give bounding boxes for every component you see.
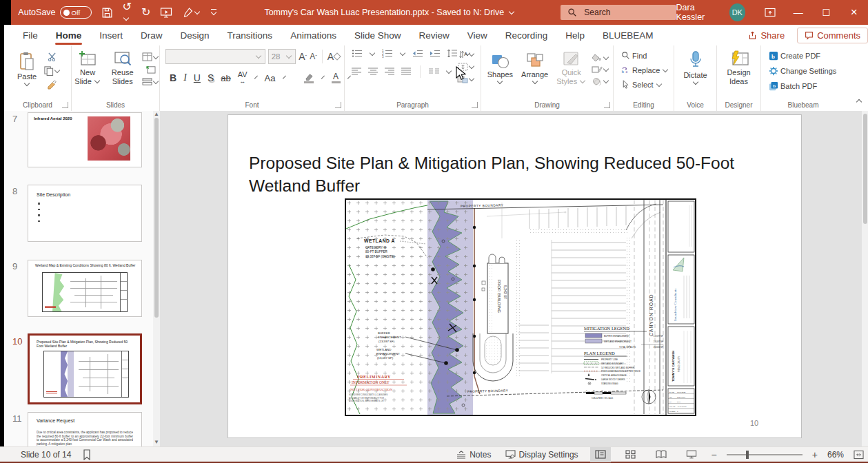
decrease-indent-icon[interactable] (412, 49, 423, 58)
thumbnail-slide-8[interactable]: Site Description (28, 185, 142, 242)
copy-icon[interactable] (43, 65, 61, 76)
ribbon-display-options-icon[interactable] (756, 0, 785, 25)
comments-button[interactable]: Comments (797, 28, 868, 43)
zoom-slider[interactable] (727, 454, 803, 455)
drawing-dialog-launcher[interactable] (604, 102, 610, 108)
tab-review[interactable]: Review (410, 25, 458, 45)
numbering-icon[interactable]: 123 (382, 49, 393, 58)
customize-qat-icon[interactable] (210, 9, 217, 16)
normal-view-button[interactable] (590, 447, 611, 462)
site-plan-figure[interactable]: WETLAND A CATEGORY III 80-FT BUFFER 13,0… (345, 198, 696, 419)
line-spacing-icon[interactable] (447, 49, 458, 58)
shrink-font-icon[interactable]: Aˇ (310, 52, 317, 61)
clear-formatting-icon[interactable]: A (327, 51, 340, 62)
bold-button[interactable]: B (170, 72, 176, 83)
accessibility-icon[interactable] (82, 449, 92, 460)
change-settings-button[interactable]: Change Settings (767, 65, 845, 76)
dictate-button[interactable]: Dictate (674, 49, 716, 87)
slide-layout-icon[interactable] (142, 52, 159, 61)
tab-transitions[interactable]: Transitions (219, 25, 282, 45)
close-button[interactable]: × (840, 0, 868, 25)
clipboard-dialog-launcher[interactable] (62, 102, 68, 108)
thumbnail-slide-10[interactable]: Proposed Site Plan & Mitigation Plan, Sh… (28, 333, 142, 404)
redo-icon[interactable]: ↻ (141, 7, 150, 18)
document-title[interactable]: Tommy's Car Wash Luac Presentation.pptx … (264, 8, 515, 17)
new-slide-button[interactable]: NewSlide (72, 49, 103, 88)
notes-button[interactable]: Notes (454, 449, 493, 460)
panel-scrollbar[interactable]: ▲ ▼ (153, 111, 160, 446)
collapse-ribbon-icon[interactable] (856, 99, 862, 105)
tab-slide-show[interactable]: Slide Show (345, 25, 410, 45)
find-button[interactable]: Find (619, 50, 674, 61)
undo-icon[interactable]: ↺ (123, 1, 132, 23)
cut-icon[interactable] (43, 52, 61, 62)
align-center-icon[interactable] (368, 68, 379, 76)
reuse-slides-button[interactable]: ReuseSlides (109, 49, 137, 88)
save-icon[interactable] (101, 7, 113, 19)
quick-styles-button[interactable]: QuickStyles (554, 49, 589, 88)
tab-draw[interactable]: Draw (132, 25, 172, 45)
slide-show-view-button[interactable] (681, 447, 702, 462)
display-settings-button[interactable]: Display Settings (503, 449, 581, 460)
thumbnail-slide-7[interactable]: Infrared Aerial 2020 (28, 112, 142, 167)
section-icon[interactable] (142, 77, 159, 86)
tab-design[interactable]: Design (172, 25, 219, 45)
tab-home[interactable]: Home (47, 25, 91, 45)
autosave-toggle[interactable]: AutoSave Off (18, 6, 91, 19)
strikethrough-button[interactable]: ab (221, 73, 230, 83)
start-slideshow-icon[interactable] (160, 7, 172, 18)
shape-outline-icon[interactable] (592, 65, 609, 74)
arrange-button[interactable]: Arrange (518, 51, 551, 86)
draw-touch-icon[interactable] (182, 7, 201, 18)
design-ideas-button[interactable]: DesignIdeas (717, 49, 760, 88)
paragraph-dialog-launcher[interactable] (472, 102, 478, 108)
search-input[interactable] (583, 7, 654, 18)
zoom-in-button[interactable]: + (812, 449, 818, 460)
align-right-icon[interactable] (385, 68, 395, 76)
slide-sorter-view-button[interactable] (620, 447, 641, 462)
character-spacing-button[interactable]: AV↔ (238, 71, 248, 85)
main-scrollbar[interactable] (862, 111, 868, 446)
reading-view-button[interactable] (651, 447, 672, 462)
justify-icon[interactable] (401, 68, 412, 76)
shape-fill-icon[interactable] (592, 54, 609, 62)
zoom-level[interactable]: 66% (827, 450, 844, 460)
slide-title[interactable]: Proposed Site Plan & Mitigation Plan, Sh… (249, 152, 749, 197)
batch-pdf-button[interactable]: bBatch PDF (767, 81, 845, 92)
tab-file[interactable]: File (14, 25, 47, 45)
tab-view[interactable]: View (458, 25, 496, 45)
zoom-slider-thumb[interactable] (746, 451, 749, 459)
zoom-out-button[interactable]: − (711, 449, 717, 460)
increase-indent-icon[interactable] (430, 49, 441, 58)
font-color-button[interactable]: A (332, 73, 341, 83)
tab-recording[interactable]: Recording (496, 25, 557, 45)
font-dialog-launcher[interactable] (335, 102, 341, 108)
replace-button[interactable]: bcReplace (619, 65, 674, 75)
shapes-button[interactable]: Shapes (485, 51, 516, 86)
fit-to-window-icon[interactable] (854, 450, 864, 460)
align-left-icon[interactable] (352, 68, 362, 76)
text-direction-icon[interactable]: A (458, 50, 475, 59)
text-shadow-button[interactable]: S (208, 72, 214, 83)
autosave-switch[interactable]: Off (60, 6, 92, 19)
minimize-button[interactable]: — (785, 0, 813, 25)
slide-canvas[interactable]: Proposed Site Plan & Mitigation Plan, Sh… (228, 114, 802, 438)
scroll-up-icon[interactable]: ▲ (153, 111, 160, 117)
user-name[interactable]: Dara Kessler (676, 3, 721, 22)
scroll-down-icon[interactable]: ▼ (153, 439, 160, 445)
reset-slide-icon[interactable] (142, 65, 159, 74)
search-box[interactable] (561, 5, 676, 20)
maximize-button[interactable]: ☐ (812, 0, 840, 25)
grow-font-icon[interactable]: Aˆ (299, 51, 307, 62)
bullets-icon[interactable] (352, 49, 363, 58)
font-name-combo[interactable] (165, 49, 265, 64)
tab-animations[interactable]: Animations (281, 25, 345, 45)
create-pdf-button[interactable]: bCreate PDF (767, 50, 845, 61)
change-case-button[interactable]: Aa (265, 73, 276, 83)
tab-insert[interactable]: Insert (90, 25, 132, 45)
columns-icon[interactable] (429, 68, 439, 76)
font-size-combo[interactable]: 28 (268, 49, 296, 64)
paste-button[interactable]: Paste (14, 50, 39, 88)
tab-bluebeam[interactable]: BLUEBEAM (594, 25, 663, 45)
thumbnail-slide-9[interactable]: Wetland Map & Existing Conditions Showin… (28, 260, 142, 317)
